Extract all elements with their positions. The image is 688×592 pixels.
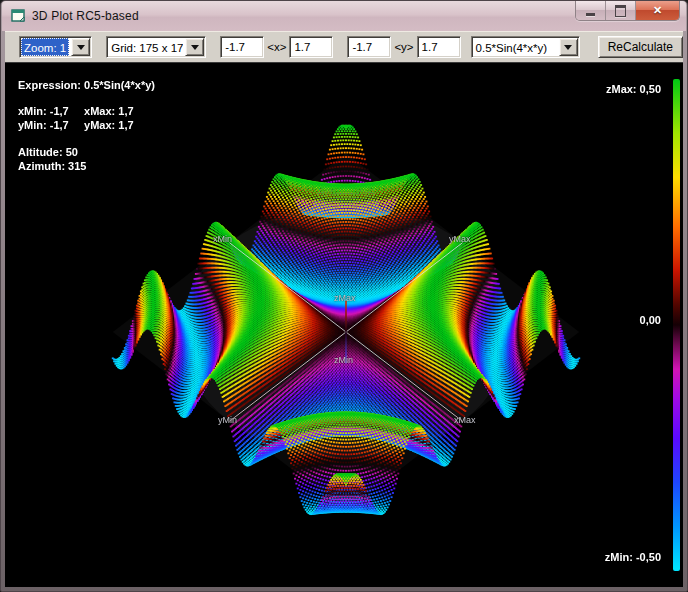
app-window: 3D Plot RC5-based ✕ Zoom: 1 Grid: 175 x … — [0, 0, 688, 592]
zmin-scale-label: zMin: -0,50 — [605, 551, 661, 563]
ymax-readout: yMax: 1,7 — [84, 118, 134, 132]
x-range-label: <x> — [264, 41, 289, 53]
maximize-icon — [615, 5, 626, 17]
minimize-icon — [586, 13, 595, 16]
maximize-button[interactable] — [606, 1, 636, 20]
axis-label-zmax: zMax — [334, 293, 356, 303]
altitude-readout: Altitude: 50 — [18, 145, 155, 159]
recalculate-button[interactable]: ReCalculate — [598, 36, 683, 58]
chevron-down-icon — [564, 45, 572, 50]
axis-label-xmin: xMin — [213, 234, 232, 244]
grid-combobox-value: Grid: 175 x 175 — [108, 38, 183, 56]
y-range-readout: yMin: -1,7 yMax: 1,7 — [18, 118, 155, 132]
caption-buttons: ✕ — [575, 1, 680, 21]
y-range-label: <y> — [391, 41, 416, 53]
toolbar: Zoom: 1 Grid: 175 x 175 <x> <y> 0.5*Sin(… — [5, 31, 683, 62]
xmin-readout: xMin: -1,7 — [18, 104, 81, 118]
dropdown-arrow-icon[interactable] — [71, 38, 90, 56]
axis-label-ymin: yMin — [218, 415, 237, 425]
x-range-readout: xMin: -1,7 xMax: 1,7 — [18, 104, 155, 118]
axis-label-zmin: zMin — [334, 355, 353, 365]
info-panel: Expression: 0.5*Sin(4*x*y) xMin: -1,7 xM… — [18, 78, 155, 173]
close-button[interactable]: ✕ — [636, 1, 679, 20]
titlebar[interactable]: 3D Plot RC5-based ✕ — [2, 1, 686, 31]
zoom-combobox-value: Zoom: 1 — [21, 38, 69, 56]
close-icon: ✕ — [653, 1, 662, 20]
chevron-down-icon — [77, 45, 85, 50]
xmax-readout: xMax: 1,7 — [84, 104, 134, 118]
window-title: 3D Plot RC5-based — [32, 9, 139, 23]
expression-combobox-value: 0.5*Sin(4*x*y) — [473, 38, 557, 56]
plot-area: Expression: 0.5*Sin(4*x*y) xMin: -1,7 xM… — [5, 62, 683, 587]
expression-combobox[interactable]: 0.5*Sin(4*x*y) — [471, 36, 580, 58]
zzero-scale-label: 0,00 — [640, 314, 661, 326]
dropdown-arrow-icon[interactable] — [185, 38, 204, 56]
chevron-down-icon — [191, 45, 199, 50]
app-icon — [11, 9, 26, 23]
dropdown-arrow-icon[interactable] — [559, 38, 578, 56]
ymax-input[interactable] — [417, 36, 461, 58]
azimuth-readout: Azimuth: 315 — [18, 159, 155, 173]
xmax-input[interactable] — [289, 36, 333, 58]
zmax-scale-label: zMax: 0,50 — [606, 83, 661, 95]
zoom-combobox[interactable]: Zoom: 1 — [19, 36, 92, 58]
ymin-readout: yMin: -1,7 — [18, 118, 81, 132]
ymin-input[interactable] — [347, 36, 391, 58]
minimize-button[interactable] — [576, 1, 606, 20]
color-scale-bar — [673, 79, 680, 571]
expression-readout: Expression: 0.5*Sin(4*x*y) — [18, 78, 155, 92]
axis-label-xmax: xMax — [454, 415, 476, 425]
grid-combobox[interactable]: Grid: 175 x 175 — [106, 36, 206, 58]
xmin-input[interactable] — [220, 36, 264, 58]
axis-label-ymax: yMax — [449, 234, 471, 244]
